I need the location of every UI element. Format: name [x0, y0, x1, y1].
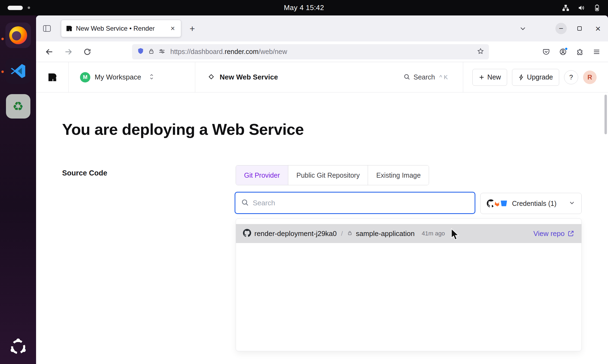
- lock-icon: [347, 230, 353, 237]
- page-scrollbar[interactable]: [604, 95, 607, 134]
- search-icon: [403, 73, 410, 81]
- workspace-avatar: M: [80, 72, 90, 82]
- toolbar-icons: [542, 48, 600, 56]
- window-controls: − ×: [555, 23, 604, 34]
- page-title-area: New Web Service: [195, 62, 403, 92]
- plus-icon: [479, 74, 485, 80]
- repo-row[interactable]: render-deployment-j29ka0 / sample-applic…: [236, 224, 581, 243]
- help-button[interactable]: ?: [564, 70, 578, 84]
- workspace-name: My Workspace: [95, 73, 141, 81]
- vscode-running-indicator: [1, 71, 4, 73]
- repo-updated-time: 41m ago: [422, 230, 445, 237]
- volume-icon[interactable]: [578, 4, 585, 11]
- firefox-view-button[interactable]: [40, 22, 53, 35]
- dock-item-show-apps[interactable]: [8, 337, 28, 358]
- source-tabs: Git Provider Public Git Repository Exist…: [236, 165, 429, 185]
- tab-git-provider[interactable]: Git Provider: [236, 165, 288, 185]
- deploy-heading: You are deploying a Web Service: [62, 120, 304, 138]
- source-code-label: Source Code: [62, 169, 107, 177]
- clock[interactable]: May 4 15:42: [284, 4, 324, 12]
- dock-item-trash[interactable]: ♻: [6, 94, 30, 119]
- new-tab-button[interactable]: +: [185, 22, 199, 35]
- page-content: You are deploying a Web Service Source C…: [36, 92, 608, 364]
- global-search[interactable]: Search ^ K: [403, 62, 463, 92]
- credential-provider-icons: [487, 199, 508, 208]
- github-icon: [243, 229, 251, 238]
- forward-button[interactable]: [62, 45, 75, 59]
- active-tab[interactable]: New Web Service • Render ×: [61, 20, 181, 37]
- permissions-icon[interactable]: [158, 48, 165, 56]
- network-icon[interactable]: [562, 4, 569, 11]
- extensions-icon[interactable]: [576, 48, 584, 56]
- firefox-running-indicator: [1, 38, 4, 40]
- lock-icon[interactable]: [148, 48, 155, 56]
- repo-separator: /: [341, 230, 343, 237]
- mouse-cursor: [450, 228, 461, 242]
- firefox-icon: [9, 26, 27, 44]
- chevron-down-icon: [568, 199, 575, 207]
- dock: ♻: [0, 15, 36, 364]
- trash-icon: ♻: [12, 99, 24, 114]
- chevron-updown-icon: [149, 73, 155, 81]
- credentials-dropdown[interactable]: Credentials (1): [480, 193, 582, 214]
- tab-title: New Web Service • Render: [76, 25, 165, 32]
- repo-search-box[interactable]: [235, 192, 475, 214]
- tab-close-button[interactable]: ×: [168, 24, 178, 33]
- workspace-switcher[interactable]: M My Workspace: [69, 62, 195, 92]
- vscode-icon: [10, 63, 27, 79]
- upgrade-button[interactable]: Upgrade: [512, 69, 559, 86]
- tracking-shield-icon[interactable]: [137, 47, 144, 56]
- repo-search-input[interactable]: [253, 199, 469, 207]
- tab-existing-image[interactable]: Existing Image: [368, 165, 429, 185]
- bitbucket-icon: [500, 199, 508, 208]
- repo-owner: render-deployment-j29ka0: [254, 229, 337, 238]
- render-logo[interactable]: [36, 62, 68, 92]
- search-label: Search: [414, 73, 435, 81]
- screen: May 4 15:42: [0, 0, 608, 364]
- url-domain: render.com: [225, 48, 258, 55]
- menu-icon[interactable]: [593, 48, 600, 56]
- system-top-bar: May 4 15:42: [0, 0, 608, 15]
- user-avatar[interactable]: R: [583, 71, 597, 84]
- list-all-tabs-button[interactable]: [516, 22, 529, 35]
- navigation-bar: https://dashboard.render.com/web/new: [36, 41, 608, 62]
- dock-item-firefox[interactable]: [5, 23, 31, 48]
- reload-button[interactable]: [81, 45, 94, 59]
- ubuntu-icon: [8, 337, 28, 357]
- external-link-icon: [567, 230, 574, 237]
- url-prefix: https://dashboard.: [170, 48, 225, 55]
- workspace-pill[interactable]: [8, 6, 23, 10]
- view-repo-label: View repo: [533, 229, 565, 238]
- view-repo-link[interactable]: View repo: [533, 229, 574, 238]
- page-title: New Web Service: [220, 73, 278, 81]
- pocket-icon[interactable]: [542, 48, 550, 56]
- battery-icon[interactable]: [593, 4, 600, 12]
- account-icon[interactable]: [559, 48, 567, 56]
- account-notification-badge: [565, 47, 568, 50]
- new-button[interactable]: New: [472, 69, 507, 86]
- dock-item-vscode[interactable]: [5, 58, 31, 84]
- search-icon: [241, 198, 249, 207]
- bookmark-star-icon[interactable]: [477, 48, 484, 56]
- upgrade-button-label: Upgrade: [527, 73, 553, 81]
- tab-public-git-repository[interactable]: Public Git Repository: [288, 165, 368, 185]
- diamond-icon: [208, 73, 215, 81]
- url-text[interactable]: https://dashboard.render.com/web/new: [170, 48, 287, 56]
- header-actions: New Upgrade ? R: [463, 62, 608, 92]
- credentials-label: Credentials (1): [512, 200, 556, 207]
- url-bar[interactable]: https://dashboard.render.com/web/new: [132, 44, 489, 59]
- render-favicon: [66, 25, 73, 32]
- repo-list-panel: render-deployment-j29ka0 / sample-applic…: [236, 218, 582, 351]
- new-button-label: New: [487, 73, 501, 81]
- close-button[interactable]: ×: [592, 23, 604, 34]
- back-button[interactable]: [43, 45, 56, 59]
- restore-button[interactable]: [574, 23, 585, 34]
- minimize-button[interactable]: −: [555, 23, 567, 34]
- repo-name: sample-application: [356, 229, 415, 238]
- browser-window: New Web Service • Render × + − ×: [36, 15, 608, 364]
- workspace-dot[interactable]: [28, 7, 30, 9]
- bolt-icon: [518, 74, 524, 81]
- url-path: /web/new: [258, 48, 287, 55]
- system-tray[interactable]: [562, 4, 600, 12]
- dashboard-header: M My Workspace New Web Service: [36, 62, 608, 92]
